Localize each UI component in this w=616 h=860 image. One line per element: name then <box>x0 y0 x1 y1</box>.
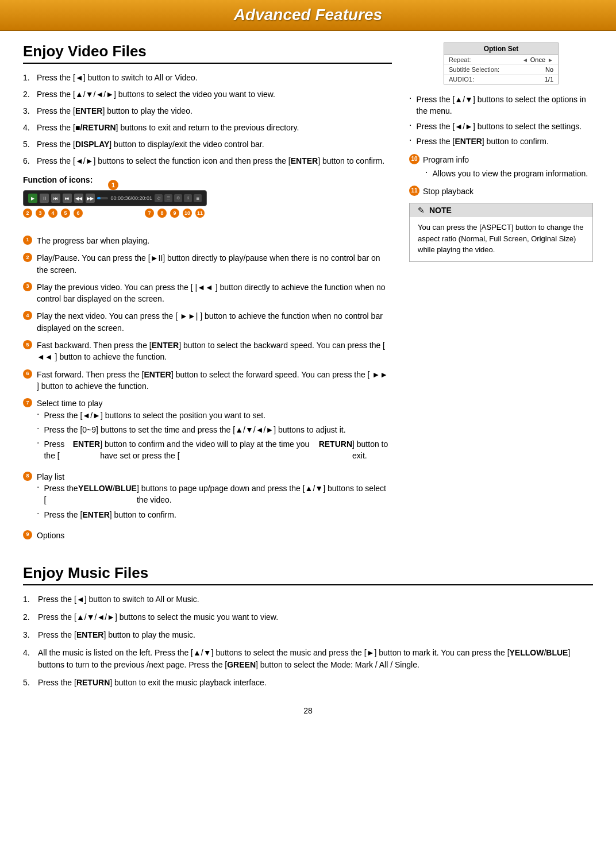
progress-bar <box>97 197 108 199</box>
select-time-bullet-2: Press the [0~9] buttons to set the time … <box>37 424 392 435</box>
circle-7: 7 <box>23 398 32 407</box>
prev-btn-icon: ⏮ <box>51 194 60 203</box>
circle-1: 1 <box>23 236 32 245</box>
repeat-value: ◄ Once ► <box>522 56 553 63</box>
rew-btn-icon: ◀◀ <box>74 194 83 203</box>
note-icon: ✎ <box>418 206 425 215</box>
ann-group-right: 7 8 9 10 11 <box>145 209 207 218</box>
arrow-left-icon: ◄ <box>522 57 528 63</box>
icon-desc-6: 6 Fast forward. Then press the [ENTER] b… <box>23 369 392 392</box>
play-list-bullet-2: Press the [ENTER] button to confirm. <box>37 509 392 520</box>
control-bar-diagram: 1 ▶ ⏸ ⏮ ⏭ ◀◀ ▶▶ 00:00:36/00:20:01 <box>23 190 207 218</box>
right-bullet-1: Press the [▲/▼] buttons to select the op… <box>409 94 593 117</box>
option-set-box: Option Set Repeat: ◄ Once ► Subtitle Sel… <box>444 43 559 84</box>
page-title: Advanced Features <box>0 6 616 24</box>
video-section-title: Enjoy Video Files <box>23 43 392 64</box>
circle-5: 5 <box>23 340 32 349</box>
repeat-label: Repeat: <box>449 56 471 63</box>
note-text: You can press the [ASPECT] button to cha… <box>418 222 584 256</box>
circle-10: 10 <box>409 154 419 164</box>
ann-8: 8 <box>157 209 167 218</box>
pause-btn-icon: ⏸ <box>40 194 49 203</box>
enjoy-video-section: Enjoy Video Files 1. Press the [◄] butto… <box>23 43 593 547</box>
item-11-row: 11 Stop playback <box>409 186 593 197</box>
music-step-2: 2. Press the [▲/▼/◄/►] buttons to select… <box>23 611 593 623</box>
ann-10: 10 <box>183 209 192 218</box>
video-step-4: 4. Press the [■/RETURN] buttons to exit … <box>23 122 392 134</box>
progress-fill <box>97 197 101 199</box>
ann-9: 9 <box>170 209 179 218</box>
play-list-bullets: Press the [YELLOW/BLUE] buttons to page … <box>37 483 392 520</box>
option-set-row-repeat: Repeat: ◄ Once ► <box>444 55 558 65</box>
play-list-bullet-1: Press the [YELLOW/BLUE] buttons to page … <box>37 483 392 506</box>
music-section-title: Enjoy Music Files <box>23 564 593 585</box>
enjoy-music-section: Enjoy Music Files 1. Press the [◄] butto… <box>23 564 593 689</box>
ann-5: 5 <box>61 209 70 218</box>
right-bullet-2: Press the [◄/►] buttons to select the se… <box>409 121 593 132</box>
arrow-right-icon: ► <box>548 57 553 63</box>
audio-label: AUDIO1: <box>449 76 474 83</box>
bar-annotations: 2 3 4 5 6 7 8 9 10 11 <box>23 209 207 218</box>
note-box: ✎ NOTE You can press the [ASPECT] button… <box>409 203 593 262</box>
video-right-col: Option Set Repeat: ◄ Once ► Subtitle Sel… <box>409 43 593 547</box>
option-set-title: Option Set <box>444 43 558 55</box>
annotation-1: 1 <box>108 180 118 190</box>
ann-group-left: 2 3 4 5 6 <box>23 209 85 218</box>
select-time-bullet-1: Press the [◄/►] buttons to select the po… <box>37 410 392 421</box>
circle-6: 6 <box>23 369 32 379</box>
circle-3: 3 <box>23 282 32 291</box>
circle-2: 2 <box>23 253 32 262</box>
item-11-label: Stop playback <box>423 186 473 197</box>
ann-7: 7 <box>145 209 154 218</box>
ann-11: 11 <box>195 209 205 218</box>
circle-4: 4 <box>23 311 32 320</box>
program-info-bullets: Allows you to view the program informati… <box>425 168 593 179</box>
item-10-row: 10 Program info <box>409 154 593 165</box>
control-bar: ▶ ⏸ ⏮ ⏭ ◀◀ ▶▶ 00:00:36/00:20:01 <box>23 190 207 206</box>
music-steps-list: 1. Press the [◄] button to switch to All… <box>23 593 593 689</box>
ann-3: 3 <box>36 209 45 218</box>
item-10-label: Program info <box>423 154 469 165</box>
note-header: ✎ NOTE <box>410 203 592 217</box>
icon-desc-list: 1 The progress bar when playing. 2 Play/… <box>23 235 392 541</box>
option-set-row-subtitle: Subtitle Selection: No <box>444 65 558 75</box>
list-icon: ☰ <box>164 194 172 202</box>
music-step-4: 4. All the music is listed on the left. … <box>23 647 593 671</box>
video-step-2: 2. Press the [▲/▼/◄/►] buttons to select… <box>23 88 392 101</box>
subtitle-value: No <box>545 66 553 73</box>
page-number: 28 <box>23 706 593 727</box>
fwd-btn-icon: ▶▶ <box>86 194 95 203</box>
icon-desc-5: 5 Fast backward. Then press the [ENTER] … <box>23 340 392 363</box>
audio-value: 1/1 <box>545 76 553 83</box>
stop-icon: ⏹ <box>194 194 202 202</box>
video-step-5: 5. Press the [DISPLAY] button to display… <box>23 138 392 151</box>
circle-11: 11 <box>409 186 419 196</box>
icon-desc-1: 1 The progress bar when playing. <box>23 235 392 246</box>
icon-desc-9: 9 Options <box>23 530 392 541</box>
subtitle-label: Subtitle Selection: <box>449 66 499 73</box>
icon-desc-2: 2 Play/Pause. You can press the [►II] bu… <box>23 252 392 276</box>
info-icon: ℹ <box>184 194 192 202</box>
icon-desc-8: 8 Play list Press the [YELLOW/BLUE] butt… <box>23 471 392 524</box>
video-step-6: 6. Press the [◄/►] buttons to select the… <box>23 155 392 167</box>
music-step-5: 5. Press the [RETURN] button to exit the… <box>23 677 593 689</box>
ann-4: 4 <box>48 209 57 218</box>
video-left-col: Enjoy Video Files 1. Press the [◄] butto… <box>23 43 392 547</box>
next-btn-icon: ⏭ <box>63 194 72 203</box>
video-steps-list: 1. Press the [◄] button to switch to All… <box>23 72 392 167</box>
note-title: NOTE <box>429 206 452 215</box>
circle-9: 9 <box>23 530 32 539</box>
select-time-bullet-3: Press the [ENTER] button to confirm and … <box>37 438 392 462</box>
icon-desc-3: 3 Play the previous video. You can press… <box>23 281 392 305</box>
program-info-bullet: Allows you to view the program informati… <box>425 168 593 179</box>
time-display: 00:00:36/00:20:01 <box>110 195 152 201</box>
right-bullets: Press the [▲/▼] buttons to select the op… <box>409 94 593 147</box>
video-step-3: 3. Press the [ENTER] button to play the … <box>23 105 392 117</box>
ann-2: 2 <box>23 209 32 218</box>
right-bullet-3: Press the [ENTER] button to confirm. <box>409 136 593 147</box>
ann-6: 6 <box>74 209 83 218</box>
right-icons: ⏱ ☰ ⚙ ℹ ⏹ <box>155 194 202 202</box>
function-title: Function of icons: <box>23 175 392 184</box>
video-step-1: 1. Press the [◄] button to switch to All… <box>23 72 392 84</box>
progress-area: 00:00:36/00:20:01 <box>97 195 152 201</box>
